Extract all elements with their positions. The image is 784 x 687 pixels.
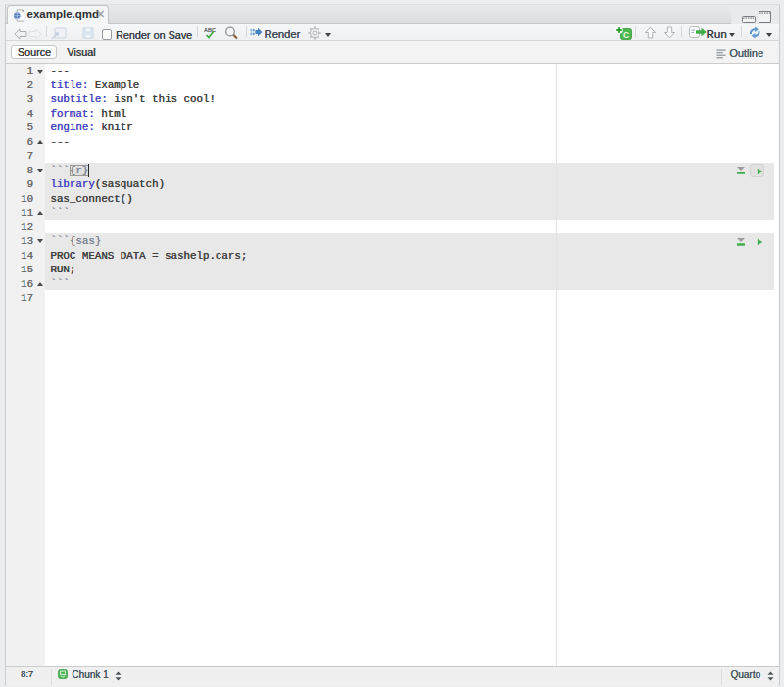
svg-text:ABC: ABC bbox=[204, 26, 216, 32]
svg-text:C: C bbox=[623, 29, 629, 39]
